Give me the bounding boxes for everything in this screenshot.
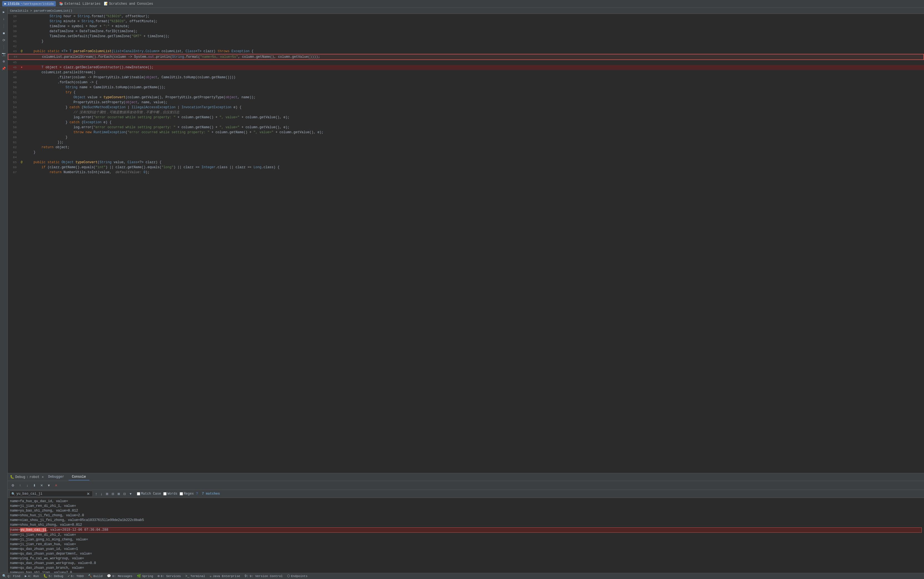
pin-button[interactable]: 📌 xyxy=(1,65,7,72)
build-label: Build xyxy=(93,574,103,578)
vc-icon: 9: xyxy=(245,574,249,578)
spring-icon: 🌿 xyxy=(137,574,141,578)
code-line-46: 46 ● T object = clazz.getDeclaredConstru… xyxy=(8,65,924,70)
match-case-option[interactable]: Match Case xyxy=(137,492,161,496)
status-spring[interactable]: 🌿 Spring xyxy=(137,574,153,578)
external-libraries-item[interactable]: 📚 External Libraries xyxy=(59,2,100,6)
close-console-btn[interactable]: ✕ xyxy=(53,482,59,489)
todo-label: 6: TODO xyxy=(71,574,83,578)
code-line-66: 66 if (clazz.getName().equals("int") || … xyxy=(8,165,924,170)
match-case-checkbox[interactable] xyxy=(137,492,140,496)
clear-btn[interactable]: ✕ xyxy=(38,482,45,489)
console-line-4: name=shou_huo_ji_fei_zhong, value=2.0 xyxy=(10,513,922,518)
run-label: 4: Run xyxy=(28,574,39,578)
top-bar: ▶ itdida ~/workspace/itdida 📚 External L… xyxy=(0,0,924,8)
words-option[interactable]: Words xyxy=(163,492,177,496)
code-line-43: 43 @ public static <T> T parseFromColumn… xyxy=(8,49,924,54)
step-over-button[interactable]: ↓ xyxy=(1,16,7,22)
console-output[interactable]: name=fa_huo_qu_dao_id, value= name=ji_ji… xyxy=(8,498,924,573)
filter-options-btn[interactable]: ▼ xyxy=(128,492,133,496)
code-line-61: 61 }); xyxy=(8,140,924,145)
code-line-64: 64 xyxy=(8,155,924,160)
regex-checkbox[interactable] xyxy=(180,492,183,496)
code-line-54: 54 } catch (NoSuchMethodException | Ille… xyxy=(8,105,924,110)
project-item[interactable]: ▶ itdida ~/workspace/itdida xyxy=(2,1,56,7)
next-match-btn[interactable]: ↓ xyxy=(100,492,103,496)
find-label: Q: Find xyxy=(8,574,20,578)
status-endpoints[interactable]: ⬡ Endpoints xyxy=(287,574,307,578)
console-line-12: name=qu_dao_zhuan_yuan_department, value… xyxy=(10,551,922,556)
clear-search-btn[interactable]: ✕ xyxy=(86,492,91,496)
console-line-16: name=yu_bao_shi_jian, value=2.0 xyxy=(10,571,922,573)
camera-button[interactable]: 📷 xyxy=(1,51,7,57)
code-line-50: 50 String name = CamelUtils.toHump(colum… xyxy=(8,85,924,90)
resume-button[interactable]: ⟳ xyxy=(1,37,7,43)
status-java-enterprise[interactable]: ☕ Java Enterprise xyxy=(209,574,240,578)
code-line-58: 58 log.error("error occurred while setti… xyxy=(8,125,924,130)
search-input[interactable] xyxy=(16,492,85,496)
console-line-10: name=ji_jian_ren_dian_hua, value= xyxy=(10,542,922,547)
project-icon: ▶ xyxy=(5,2,7,6)
breadcrumb-text: CanalUtils > parseFromColumnList() xyxy=(10,9,72,13)
status-debug[interactable]: 🐛 5: Debug xyxy=(43,574,63,578)
match-count: 7 matches xyxy=(202,492,220,496)
status-find[interactable]: 🔍 Q: Find xyxy=(2,574,20,578)
left-toolbar: ▶ ↓ ◼ ⟳ 📷 ⚙ 📌 xyxy=(0,8,8,573)
status-terminal[interactable]: >_ Terminal xyxy=(185,574,205,578)
debug-label: 🐛 Debug: robot ✕ xyxy=(10,475,44,479)
more-btn[interactable]: ▼ xyxy=(46,482,52,489)
code-line-42: 42 xyxy=(8,44,924,49)
status-version-control[interactable]: 9: 9: Version Control xyxy=(245,574,283,578)
run-icon: ▶ xyxy=(25,574,27,578)
search-options: Match Case Words Regex ? xyxy=(137,492,198,496)
words-checkbox[interactable] xyxy=(163,492,167,496)
filter-btn[interactable]: ⊞ xyxy=(105,492,109,496)
scroll-up-btn[interactable]: ↑ xyxy=(17,482,23,489)
console-line-5: name=xiao_shou_ji_fei_zhong, value=05ca1… xyxy=(10,518,922,523)
console-line-13: name=ying_fu_cai_wu_workgroup, value= xyxy=(10,556,922,561)
run-button[interactable]: ▶ xyxy=(1,9,7,15)
endpoints-label: Endpoints xyxy=(291,574,307,578)
code-line-57: 57 } catch (Exception e) { xyxy=(8,120,924,125)
breadcrumb: CanalUtils > parseFromColumnList() xyxy=(8,8,924,14)
code-editor[interactable]: 36 String hour = String.format("%1$02d",… xyxy=(8,14,924,473)
status-build[interactable]: 🔨 Build xyxy=(88,574,103,578)
code-line-51: 51 try { xyxy=(8,90,924,95)
help-btn[interactable]: ? xyxy=(196,492,198,496)
prev-match-btn[interactable]: ↑ xyxy=(95,492,98,496)
stop-button[interactable]: ◼ xyxy=(1,30,7,36)
status-messages[interactable]: 💬 0: Messages xyxy=(107,574,132,578)
settings-btn[interactable]: ⚙ xyxy=(10,482,16,489)
spring-label: Spring xyxy=(142,574,153,578)
filter2-btn[interactable]: ⊟ xyxy=(111,492,115,496)
scroll-down-btn[interactable]: ↓ xyxy=(24,482,31,489)
settings-button[interactable]: ⚙ xyxy=(1,58,7,64)
debug-tab-name: robot xyxy=(29,475,39,479)
filter4-btn[interactable]: ⊡ xyxy=(123,492,127,496)
code-line-49: 49 .forEach(column -> { xyxy=(8,80,924,85)
console-line-14: name=qu_dao_zhuan_yuan_workgroup, value=… xyxy=(10,561,922,566)
code-line-44: 44 columnList.parallelStream().forEach(c… xyxy=(8,54,924,60)
code-line-37: 37 String minute = String.format("%1$02d… xyxy=(8,19,924,24)
status-todo[interactable]: ✓ 6: TODO xyxy=(68,574,83,578)
terminal-label: Terminal xyxy=(190,574,205,578)
vc-label: 9: Version Control xyxy=(250,574,283,578)
regex-option[interactable]: Regex xyxy=(180,492,194,496)
code-line-65: 65 @ public static Object typeConvert(St… xyxy=(8,160,924,165)
search-icon: 🔍 xyxy=(11,492,15,496)
scratches-item[interactable]: 📝 Scratches and Consoles xyxy=(104,2,153,6)
external-libraries-label: External Libraries xyxy=(64,2,100,6)
status-run[interactable]: ▶ 4: Run xyxy=(25,574,39,578)
console-line-8: name=ji_jian_ren_di_zhi_2, value= xyxy=(10,533,922,537)
console-line-3: name=yu_bao_shi_zhong, value=0.012 xyxy=(10,509,922,513)
tab-debugger[interactable]: Debugger xyxy=(45,474,67,481)
messages-label: 0: Messages xyxy=(112,574,132,578)
match-count-text: 7 matches xyxy=(202,492,220,496)
scratches-icon: 📝 xyxy=(104,2,108,6)
filter3-btn[interactable]: ⊠ xyxy=(117,492,121,496)
status-services[interactable]: ⚙ 8: Services xyxy=(158,574,181,578)
scratches-label: Scratches and Consoles xyxy=(109,2,153,6)
download-btn[interactable]: ⬇ xyxy=(31,482,38,489)
tab-console[interactable]: Console xyxy=(69,474,89,481)
code-line-36: 36 String hour = String.format("%1$02d",… xyxy=(8,14,924,19)
